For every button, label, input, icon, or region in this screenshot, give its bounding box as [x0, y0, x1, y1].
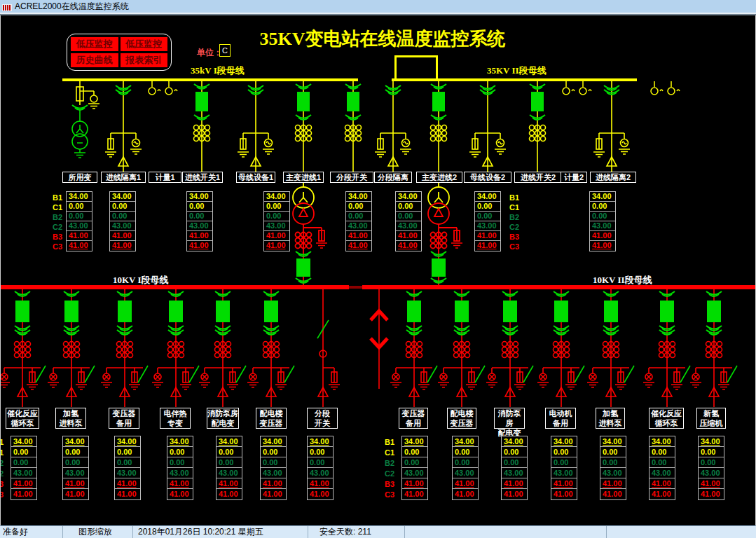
bottom-bay-label-line: 消防泵房 — [495, 408, 524, 428]
temperature-table-bot-9: 34.000.000.0043.0041.0041.00 — [452, 436, 479, 500]
temp-value-cell: 0.00 — [475, 212, 500, 221]
menu-button-report-index[interactable]: 报表索引 — [121, 53, 168, 67]
top-bay-label-11[interactable]: 进线开关2 — [514, 172, 562, 183]
temp-value-cell: 34.00 — [110, 192, 135, 202]
top-bay-label-6[interactable]: 主变进线1 — [283, 172, 324, 183]
temp-row-label: C2 — [0, 469, 6, 479]
temp-value-cell: 34.00 — [551, 436, 577, 447]
temp-value-cell: 41.00 — [600, 478, 626, 489]
temp-value-cell: 0.00 — [67, 212, 92, 221]
temp-row-label: C1 — [0, 448, 6, 458]
temp-value-cell: 0.00 — [264, 212, 289, 221]
bottom-bay-label-line: 电动机 — [546, 408, 575, 418]
temp-value-cell: 0.00 — [308, 447, 333, 457]
bottom-bay-label-line: 压缩机 — [697, 418, 725, 428]
top-bay-label-1[interactable]: 所用变 — [62, 172, 97, 183]
temp-value-cell: 0.00 — [699, 457, 724, 468]
temp-value-cell: 0.00 — [308, 457, 333, 468]
temp-value-cell: 41.00 — [264, 231, 289, 241]
temp-value-cell: 43.00 — [187, 221, 212, 231]
temp-value-cell: 0.00 — [217, 457, 242, 468]
temp-value-cell: 41.00 — [261, 478, 286, 489]
temp-row-label: C2 — [385, 469, 397, 479]
temperature-table-bot-6: 34.000.000.0043.0041.0041.00 — [260, 436, 287, 500]
bus-10kv-2 — [362, 285, 756, 289]
temp-value-cell: 0.00 — [11, 457, 36, 468]
bottom-bay-label-7[interactable]: 分段开关 — [307, 408, 338, 429]
bottom-bay-label-8[interactable]: 变压器备用 — [399, 408, 428, 429]
top-bay-symbol-11 — [530, 81, 546, 172]
bottom-bay-label-10[interactable]: 消防泵房配电变 — [494, 408, 525, 429]
temp-value-cell: 0.00 — [475, 202, 500, 212]
bottom-bay-label-11[interactable]: 电动机备用 — [545, 408, 576, 429]
temp-value-cell: 43.00 — [475, 221, 500, 231]
top-bay-label-12[interactable]: 计量2 — [561, 172, 587, 183]
menu-button-lv-monitor-1[interactable]: 低压监控 — [71, 37, 118, 51]
temp-value-cell: 0.00 — [67, 202, 92, 212]
top-bay-label-8[interactable]: 分段隔离 — [374, 172, 412, 183]
temp-value-cell: 0.00 — [187, 202, 212, 212]
top-bay-label-10[interactable]: 母线设备2 — [464, 172, 511, 183]
bus-10kv-1 — [1, 285, 349, 289]
top-bay-label-9[interactable]: 主变进线2 — [416, 172, 462, 183]
top-bay-label-5[interactable]: 母线设备1 — [236, 172, 275, 183]
feeder-bay-symbol-11 — [587, 289, 634, 407]
bottom-bay-label-5[interactable]: 消防泵房配电变 — [207, 408, 239, 429]
temp-value-cell: 41.00 — [551, 489, 577, 499]
bottom-bay-label-line: 进料泵 — [596, 418, 624, 428]
temp-value-cell: 34.00 — [261, 436, 286, 447]
top-bay-label-4[interactable]: 进线开关1 — [182, 172, 223, 183]
bottom-bay-label-14[interactable]: 新氢压缩机 — [696, 408, 726, 429]
bottom-bay-label-line: 催化反应 — [650, 408, 683, 418]
top-bay-label-7[interactable]: 分段开关 — [330, 172, 373, 183]
temp-value-cell: 43.00 — [11, 468, 36, 478]
temp-value-cell: 0.00 — [167, 447, 193, 457]
temp-value-cell: 41.00 — [187, 241, 212, 251]
temperature-table-bot-11: 34.000.000.0043.0041.0041.00 — [551, 436, 577, 500]
feeder-bay-symbol-5 — [199, 289, 246, 407]
temp-value-cell: 0.00 — [600, 447, 626, 457]
bottom-bay-label-line: 新氢 — [697, 408, 725, 418]
temp-value-cell: 43.00 — [346, 221, 371, 231]
temp-value-cell: 43.00 — [402, 468, 427, 478]
temp-row-label: B1 — [0, 437, 6, 448]
top-bay-label-3[interactable]: 计量1 — [149, 172, 181, 183]
bottom-bay-label-4[interactable]: 电伴热专变 — [160, 408, 191, 429]
bottom-bay-label-1[interactable]: 催化反应循环泵 — [6, 408, 39, 429]
temp-value-cell: 0.00 — [402, 457, 427, 468]
bottom-bay-label-12[interactable]: 加氢进料泵 — [596, 408, 625, 429]
temperature-table-bot-5: 34.000.000.0043.0041.0041.00 — [216, 436, 242, 500]
top-bay-symbol-10 — [469, 81, 506, 172]
bottom-bay-label-2[interactable]: 加氢进料泵 — [55, 408, 86, 429]
temp-value-cell: 34.00 — [590, 192, 615, 202]
temp-value-cell: 43.00 — [699, 468, 724, 478]
top-bay-symbol-13 — [593, 81, 630, 172]
temp-value-cell: 43.00 — [453, 468, 478, 478]
temp-value-cell: 34.00 — [600, 436, 626, 447]
temp-value-cell: 41.00 — [600, 489, 626, 499]
temperature-table-mid-6: 34.000.000.0043.0041.0041.00 — [395, 191, 422, 251]
bottom-bay-label-3[interactable]: 变压器备用 — [109, 408, 139, 429]
top-bay-symbol-6 — [296, 81, 312, 172]
menu-button-history-curve[interactable]: 历史曲线 — [71, 53, 118, 67]
bottom-bay-label-6[interactable]: 配电楼变压器 — [256, 408, 287, 429]
temp-value-cell: 41.00 — [402, 478, 427, 489]
bottom-bay-label-line: 加氢 — [56, 408, 85, 418]
status-bar: 准备好 图形缩放 2018年01月26日 10:20:21 星期五 安全天数: … — [0, 525, 756, 538]
temp-value-cell: 41.00 — [217, 478, 242, 489]
bottom-bay-label-9[interactable]: 配电楼变压器 — [447, 408, 476, 429]
section-switch-symbol — [317, 289, 340, 407]
temperature-table-bot-7: 34.000.000.0043.0041.0041.00 — [307, 436, 334, 500]
temp-row-label: C2 — [53, 222, 64, 232]
menu-button-lv-monitor-2[interactable]: 低压监控 — [121, 37, 168, 51]
temp-value-cell: 0.00 — [699, 447, 724, 457]
temp-row-label: B1 — [385, 437, 397, 448]
temp-value-cell: 0.00 — [346, 212, 371, 221]
temp-value-cell: 43.00 — [551, 468, 577, 478]
top-bay-label-2[interactable]: 进线隔离1 — [101, 172, 146, 183]
temp-value-cell: 41.00 — [167, 478, 193, 489]
temp-row-label: B1 — [509, 193, 521, 202]
temperature-table-mid-5: 34.000.000.0043.0041.0041.00 — [345, 191, 372, 251]
top-bay-label-13[interactable]: 进线隔离2 — [590, 172, 636, 183]
bottom-bay-label-13[interactable]: 催化反应循环泵 — [649, 408, 684, 429]
